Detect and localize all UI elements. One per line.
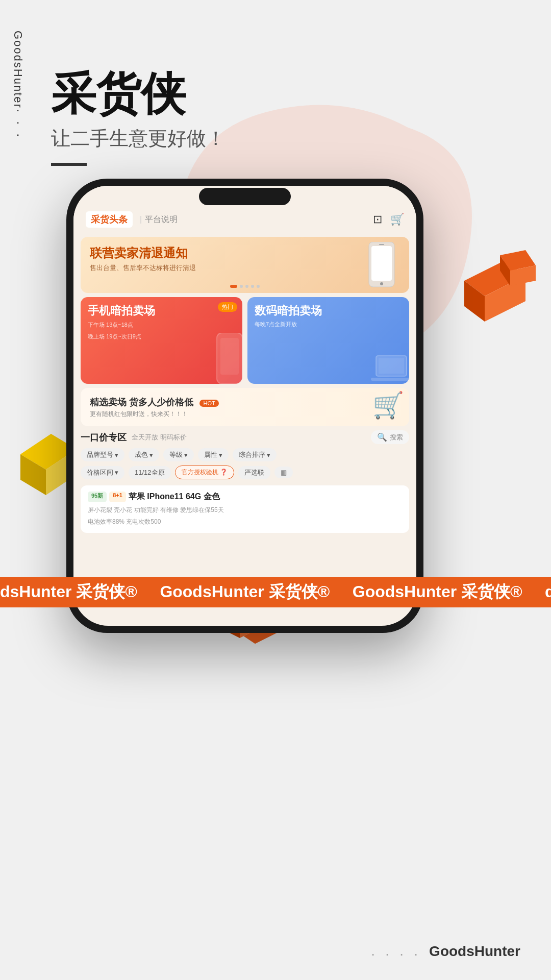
search-button[interactable]: 🔍 搜索	[371, 430, 409, 444]
filter-row-1: 品牌型号 ▾ 成色 ▾ 等级 ▾ 属性 ▾ 综合排序 ▾	[73, 446, 416, 463]
product-tags: 95新 8+1 苹果 IPhone11 64G 金色	[88, 492, 402, 502]
tag-battery: 8+1	[109, 492, 126, 502]
banner-phone-illustration	[361, 242, 402, 288]
sale-cart-icon: 🛒	[372, 390, 404, 420]
nav-tab-platform[interactable]: 平台说明	[145, 214, 178, 225]
filter-certified[interactable]: 官方授权验机 ❓	[175, 465, 234, 479]
phone-auction-title: 手机暗拍卖场	[88, 304, 235, 317]
banner-subtitle: 售出台量、售后率不达标将进行清退	[90, 263, 400, 273]
cart-icon[interactable]: 🛒	[390, 213, 404, 226]
product-attrs-line1: 屏小花裂 壳小花 功能完好 有维修 爱思绿在保55天	[88, 505, 402, 515]
fixed-price-header: 一口价专区 全天开放 明码标价 🔍 搜索	[81, 430, 409, 444]
digital-auction-card[interactable]: 数码暗拍卖场 每晚7点全新开放	[247, 297, 409, 384]
phone-auction-desc1: 下午场 13点~18点	[88, 321, 235, 329]
hot-badge: 热门	[218, 302, 237, 312]
footer-dots: ．．．．	[367, 943, 424, 960]
filter-sort[interactable]: 综合排序 ▾	[233, 448, 277, 461]
main-title: 采货侠	[51, 71, 226, 116]
svg-rect-21	[371, 378, 409, 381]
tag-condition: 95新	[88, 492, 107, 502]
banner-dots	[230, 285, 260, 288]
title-dash	[51, 163, 87, 166]
search-label: 搜索	[390, 433, 403, 442]
phone-screen: 采货头条 | 平台说明 ⊡ 🛒 联营卖家清退通知 售出台量、售后率不达标将进行清…	[73, 186, 416, 626]
subtitle: 让二手生意更好做！	[51, 126, 226, 152]
sale-subtitle: 更有随机红包限时送，快来买！！！	[90, 410, 219, 419]
svg-rect-14	[371, 246, 392, 281]
svg-rect-16	[379, 244, 384, 245]
phone-notch	[199, 188, 291, 205]
nav-divider: |	[140, 215, 142, 224]
phone-mockup: 采货头条 | 平台说明 ⊡ 🛒 联营卖家清退通知 售出台量、售后率不达标将进行清…	[66, 179, 423, 633]
sale-banner-title: 精选卖场 货多人少价格低 HOT	[90, 396, 219, 408]
auction-cards-row: 热门 手机暗拍卖场 下午场 13点~18点 晚上场 19点~次日9点 数码暗拍卖…	[81, 297, 409, 384]
filter-row-2: 价格区间 ▾ 11/12全原 官方授权验机 ❓ 严选联 ▥	[73, 463, 416, 481]
top-banner[interactable]: 联营卖家清退通知 售出台量、售后率不达标将进行清退	[81, 237, 409, 293]
svg-rect-20	[379, 358, 404, 374]
search-icon: 🔍	[377, 432, 387, 442]
fixed-price-desc: 全天开放 明码标价	[132, 433, 187, 442]
decorative-block-orange-top	[454, 250, 536, 332]
nav-tab-headline[interactable]: 采货头条	[86, 211, 133, 228]
filter-strict[interactable]: 严选联	[238, 466, 270, 479]
product-attrs-line2: 电池效率88% 充电次数500	[88, 517, 402, 527]
fixed-price-title: 一口价专区	[81, 431, 127, 444]
filter-icon-extra[interactable]: ▥	[274, 467, 293, 478]
nav-icons: ⊡ 🛒	[373, 213, 404, 226]
svg-rect-18	[220, 338, 239, 375]
phone-auction-desc2: 晚上场 19点~次日9点	[88, 332, 235, 341]
sale-banner[interactable]: 精选卖场 货多人少价格低 HOT 更有随机红包限时送，快来买！！！ 🛒	[81, 388, 409, 426]
bottom-banner-text: dsHunter 采货侠® GoodsHunter 采货侠® GoodsHunt…	[0, 581, 551, 603]
filter-price-range[interactable]: 价格区间 ▾	[81, 466, 124, 479]
bottom-scroll-banner: dsHunter 采货侠® GoodsHunter 采货侠® GoodsHunt…	[0, 577, 551, 607]
sale-hot-badge: HOT	[199, 400, 218, 407]
filter-brand[interactable]: 品牌型号 ▾	[81, 448, 124, 461]
scan-icon[interactable]: ⊡	[373, 213, 382, 226]
digital-auction-title: 数码暗拍卖场	[255, 304, 402, 317]
filter-attribute[interactable]: 属性 ▾	[198, 448, 229, 461]
filter-condition[interactable]: 成色 ▾	[129, 448, 159, 461]
svg-point-15	[380, 282, 383, 285]
product-name: 苹果 IPhone11 64G 金色	[129, 492, 220, 502]
product-item[interactable]: 95新 8+1 苹果 IPhone11 64G 金色 屏小花裂 壳小花 功能完好…	[81, 485, 409, 533]
filter-grade[interactable]: 等级 ▾	[163, 448, 194, 461]
footer: ．．．． GoodsHunter	[367, 943, 520, 960]
digital-auction-desc: 每晚7点全新开放	[255, 321, 402, 328]
filter-1112[interactable]: 11/12全原	[129, 466, 171, 479]
vertical-brand-text: GoodsHunter．．．	[10, 31, 26, 145]
title-area: 采货侠 让二手生意更好做！	[51, 71, 226, 166]
phone-auction-card[interactable]: 热门 手机暗拍卖场 下午场 13点~18点 晚上场 19点~次日9点	[81, 297, 242, 384]
footer-brand: GoodsHunter	[429, 943, 520, 960]
banner-title: 联营卖家清退通知	[90, 245, 400, 261]
